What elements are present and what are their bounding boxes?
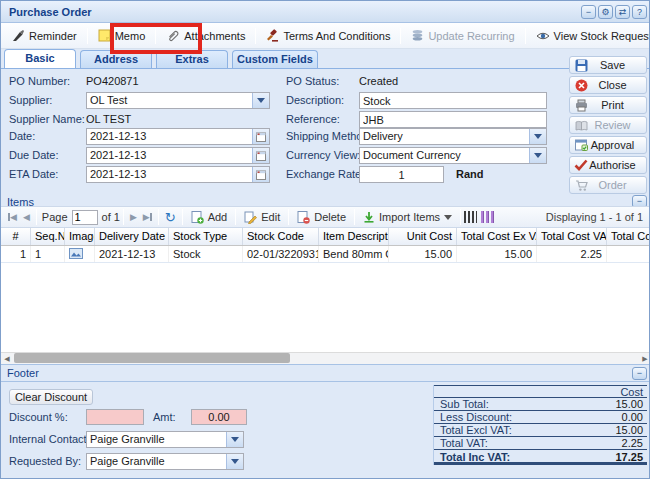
col-header[interactable]: Seq.No: [31, 228, 65, 245]
calendar-icon[interactable]: [252, 148, 269, 163]
footer-collapse-button[interactable]: −: [632, 367, 647, 380]
add-item-button[interactable]: Add: [186, 209, 233, 226]
sub-total-row: Sub Total: 15.00: [434, 398, 647, 411]
calendar-icon[interactable]: [252, 167, 269, 182]
first-page-icon[interactable]: ◀: [5, 212, 20, 222]
chevron-down-icon[interactable]: [252, 93, 269, 108]
scrollbar-thumb[interactable]: [14, 353, 290, 363]
delete-item-button[interactable]: Delete: [292, 209, 351, 226]
chevron-down-icon[interactable]: [529, 148, 546, 163]
refresh-grid-icon[interactable]: ↻: [162, 210, 179, 225]
col-header[interactable]: Image: [65, 228, 95, 245]
page-number-input[interactable]: [72, 210, 98, 225]
approval-button[interactable]: Approval: [569, 136, 647, 154]
prev-page-icon[interactable]: ◀: [20, 212, 33, 222]
last-page-icon[interactable]: ▶: [140, 212, 155, 222]
shipping-method-combo[interactable]: Delivery: [359, 128, 547, 145]
chevron-down-icon[interactable]: [529, 129, 546, 144]
refresh-icon[interactable]: ⇄: [615, 5, 630, 19]
grid-body: 1 1 2021-12-13 Stock 02-01/3220931 Bend …: [1, 246, 650, 352]
tab-basic[interactable]: Basic: [4, 49, 76, 68]
footer-panel-header: Footer: [1, 365, 650, 379]
supplier-combo[interactable]: OL Test: [86, 92, 270, 109]
pencil-icon: [244, 211, 257, 224]
import-items-button[interactable]: Import Items: [358, 209, 457, 225]
exchange-rate-input[interactable]: [359, 166, 444, 183]
floppy-disk-icon: [573, 59, 589, 72]
cart-icon: [573, 179, 589, 192]
update-recurring-button[interactable]: Update Recurring: [404, 26, 521, 45]
memo-note-icon: [98, 29, 111, 42]
scroll-right-icon[interactable]: ▶: [639, 355, 650, 363]
internal-contact-combo[interactable]: Paige Granville: [86, 431, 244, 448]
col-header[interactable]: #: [1, 228, 31, 245]
discount-input[interactable]: [86, 409, 144, 425]
discount-label: Discount %:: [9, 411, 68, 423]
close-button[interactable]: Close: [569, 76, 647, 94]
add-page-icon: [191, 211, 204, 224]
col-header[interactable]: Stock Code: [243, 228, 319, 245]
currency-view-combo[interactable]: Document Currency: [359, 147, 547, 164]
window-title: Purchase Order: [9, 6, 579, 18]
eta-date-label: ETA Date:: [9, 168, 58, 180]
col-header[interactable]: Stock Type: [169, 228, 243, 245]
order-button[interactable]: Order: [569, 176, 647, 194]
col-header[interactable]: Total Cost I: [607, 228, 650, 245]
internal-contact-label: Internal Contact:: [9, 433, 90, 445]
chevron-down-icon[interactable]: [226, 432, 243, 447]
col-header[interactable]: Delivery Date: [95, 228, 169, 245]
next-page-icon[interactable]: ▶: [127, 212, 140, 222]
due-date-field[interactable]: 2021-12-13: [86, 147, 270, 164]
barcode-dark-icon[interactable]: [464, 211, 477, 223]
toolbar-separator: [87, 28, 88, 44]
date-label: Date:: [9, 130, 35, 142]
settings-gear-icon[interactable]: ⚙: [598, 5, 613, 19]
review-button[interactable]: Review: [569, 116, 647, 134]
reference-input[interactable]: [359, 111, 547, 128]
attachments-button[interactable]: Attachments: [159, 26, 252, 46]
po-number-label: PO Number:: [9, 75, 70, 87]
scroll-left-icon[interactable]: ◀: [1, 355, 13, 363]
app-toolbar: Reminder Memo Attachments Terms And Cond…: [1, 23, 650, 49]
delete-page-icon: [297, 211, 310, 224]
memo-button[interactable]: Memo: [91, 26, 153, 45]
reminder-button[interactable]: Reminder: [5, 26, 84, 45]
dart-icon: [12, 29, 25, 42]
requested-by-combo[interactable]: Paige Granville: [86, 453, 244, 470]
book-icon: [573, 119, 589, 132]
table-row[interactable]: 1 1 2021-12-13 Stock 02-01/3220931 Bend …: [1, 246, 650, 263]
calendar-icon[interactable]: [252, 129, 269, 144]
currency-view-label: Currency View:: [286, 149, 360, 161]
amt-input[interactable]: [191, 409, 247, 425]
authorise-button[interactable]: Authorise: [569, 156, 647, 174]
toolbar-separator: [155, 28, 156, 44]
currency-name-label: Rand: [456, 168, 484, 180]
tab-custom-fields[interactable]: Custom Fields: [232, 50, 318, 68]
chevron-down-icon: [444, 215, 452, 220]
reference-label: Reference:: [286, 113, 340, 125]
minimize-button[interactable]: −: [581, 5, 596, 19]
clear-discount-button[interactable]: Clear Discount: [9, 389, 93, 405]
of-label: of 1: [102, 211, 120, 223]
terms-and-conditions-button[interactable]: Terms And Conditions: [259, 26, 397, 45]
description-input[interactable]: [359, 92, 547, 109]
totals-column-header: Cost: [434, 385, 647, 398]
tab-address[interactable]: Address: [80, 50, 152, 68]
save-button[interactable]: Save: [569, 56, 647, 74]
col-header[interactable]: Unit Cost: [389, 228, 457, 245]
page-label: Page: [42, 211, 68, 223]
barcode-purple-icon[interactable]: [481, 211, 494, 223]
exchange-rate-label: Exchange Rate:: [286, 168, 364, 180]
print-button[interactable]: Print: [569, 96, 647, 114]
chevron-down-icon[interactable]: [226, 454, 243, 469]
help-button[interactable]: ?: [632, 5, 647, 19]
col-header[interactable]: Total Cost VAT: [537, 228, 607, 245]
tab-extras[interactable]: Extras: [156, 50, 228, 68]
edit-item-button[interactable]: Edit: [239, 209, 285, 226]
red-checkmark-icon: [573, 159, 589, 171]
date-field[interactable]: 2021-12-13: [86, 128, 270, 145]
eta-date-field[interactable]: 2021-12-13: [86, 166, 270, 183]
view-stock-request-button[interactable]: View Stock Request: [529, 27, 650, 45]
col-header[interactable]: Item Description: [319, 228, 389, 245]
col-header[interactable]: Total Cost Ex VAT: [457, 228, 537, 245]
